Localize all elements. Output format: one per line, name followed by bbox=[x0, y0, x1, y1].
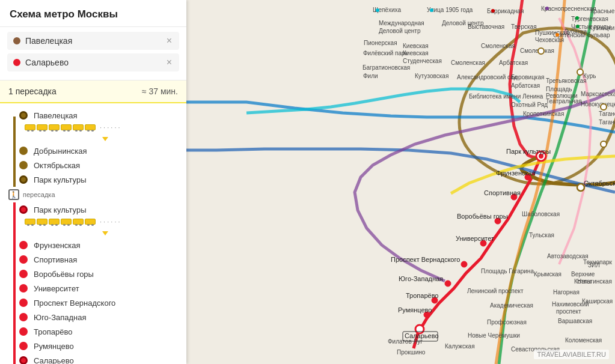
station-salaryevo[interactable]: Саларьево bbox=[10, 353, 186, 364]
svg-text:Площадь: Площадь bbox=[546, 86, 572, 93]
from-input-row[interactable]: Павелецкая × bbox=[7, 32, 179, 50]
transfer-walk-row: 🚶 пересадка bbox=[0, 188, 186, 201]
station-oktyabrskaya-brown[interactable]: Октябрьская bbox=[10, 158, 186, 172]
wagon-icon bbox=[37, 124, 47, 130]
svg-text:Третьяковская: Третьяковская bbox=[546, 77, 586, 84]
station-dot bbox=[19, 241, 28, 249]
svg-text:Проспект Вернадского: Проспект Вернадского bbox=[391, 256, 460, 263]
station-paveletskaya-start[interactable]: Павелецкая bbox=[10, 108, 186, 123]
station-dot bbox=[19, 205, 28, 214]
to-clear-button[interactable]: × bbox=[165, 57, 173, 68]
svg-point-98 bbox=[491, 9, 495, 13]
station-dot bbox=[19, 313, 28, 321]
svg-text:Международная: Международная bbox=[379, 20, 424, 26]
svg-text:Тульская: Тульская bbox=[529, 232, 554, 238]
station-frunzenskaya[interactable]: Фрунзенская bbox=[10, 238, 186, 252]
from-dot bbox=[13, 37, 20, 44]
svg-text:Филатов Луг: Филатов Луг bbox=[388, 338, 423, 345]
walk-icon: 🚶 bbox=[8, 189, 19, 200]
station-rumyantsevo[interactable]: Румянцево bbox=[10, 339, 186, 353]
train-row-red: · · · · · · bbox=[10, 217, 186, 229]
from-station-text: Павелецкая bbox=[25, 36, 165, 46]
svg-point-100 bbox=[575, 16, 579, 20]
svg-text:Румянцево: Румянцево bbox=[398, 306, 432, 314]
station-name: Проспект Вернадского bbox=[34, 299, 115, 308]
station-dobrininskaya[interactable]: Добрынинская bbox=[10, 144, 186, 158]
station-park-kultury-red[interactable]: Парк культуры bbox=[10, 202, 186, 217]
svg-text:Октябрьская: Октябрьская bbox=[584, 180, 615, 187]
station-name: Университет bbox=[34, 284, 79, 293]
arrow-indicator bbox=[24, 137, 186, 141]
station-dot bbox=[19, 327, 28, 336]
station-name: Парк культуры bbox=[34, 205, 87, 214]
station-yugo-zapadnaya[interactable]: Юго-Западная bbox=[10, 310, 186, 324]
svg-text:Нагатинская: Нагатинская bbox=[577, 278, 612, 285]
watermark-text: TRAVELAVIABILET.RU bbox=[534, 350, 609, 359]
svg-text:Смоленская: Смоленская bbox=[481, 43, 515, 49]
svg-text:Варшавская: Варшавская bbox=[558, 318, 592, 324]
svg-text:Кропоткинская: Кропоткинская bbox=[523, 111, 564, 117]
svg-text:Академическая: Академическая bbox=[490, 302, 533, 309]
svg-text:Спортивная: Спортивная bbox=[484, 189, 521, 196]
svg-text:Юго-Западная: Юго-Западная bbox=[399, 275, 443, 282]
station-park-kultury-brown[interactable]: Парк культуры bbox=[10, 172, 186, 187]
to-input-row[interactable]: Саларьево × bbox=[7, 53, 179, 71]
svg-text:Филёвский парк: Филёвский парк bbox=[363, 50, 408, 56]
svg-text:Прокшино: Прокшино bbox=[397, 349, 426, 356]
svg-text:Смоленская: Смоленская bbox=[451, 59, 485, 66]
svg-text:Фрунзенская: Фрунзенская bbox=[496, 169, 536, 177]
station-dot bbox=[19, 175, 28, 184]
svg-text:Студенческая: Студенческая bbox=[403, 58, 442, 64]
station-name: Фрунзенская bbox=[34, 241, 81, 250]
station-universitet[interactable]: Университет bbox=[10, 281, 186, 296]
svg-text:Улица 1905 года: Улица 1905 года bbox=[427, 7, 473, 13]
route-inputs: Павелецкая × Саларьево × bbox=[0, 27, 186, 80]
station-sportivnaya[interactable]: Спортивная bbox=[10, 252, 186, 267]
svg-text:Арбатская: Арбатская bbox=[511, 82, 540, 89]
wagon-icon bbox=[25, 219, 35, 225]
svg-text:Киевская: Киевская bbox=[403, 43, 429, 49]
svg-point-104 bbox=[577, 69, 583, 75]
svg-text:Таганская: Таганская bbox=[599, 119, 615, 126]
route-time: ≈ 37 мин. bbox=[142, 86, 178, 96]
svg-text:Кузнецкий Мост: Кузнецкий Мост bbox=[589, 25, 615, 31]
svg-point-99 bbox=[545, 7, 549, 10]
station-prospekt-vernadskogo[interactable]: Проспект Вернадского bbox=[10, 296, 186, 310]
svg-text:Лубянка: Лубянка bbox=[564, 28, 587, 35]
svg-text:проспект: проспект bbox=[556, 308, 581, 315]
svg-text:Фили: Фили bbox=[363, 73, 378, 79]
svg-point-105 bbox=[601, 104, 607, 110]
station-name: Октябрьская bbox=[34, 161, 80, 170]
from-clear-button[interactable]: × bbox=[165, 35, 173, 46]
svg-text:Каширская: Каширская bbox=[582, 298, 613, 305]
svg-text:Пионерская: Пионерская bbox=[364, 40, 397, 46]
transfer-label: пересадка bbox=[23, 191, 55, 198]
svg-text:Выставочная: Выставочная bbox=[468, 23, 504, 30]
svg-text:Боровицкая: Боровицкая bbox=[511, 74, 544, 80]
station-troparevo[interactable]: Тропарёво bbox=[10, 324, 186, 339]
to-dot bbox=[13, 59, 20, 66]
wagon-icon bbox=[85, 124, 96, 130]
wagon-icon bbox=[61, 124, 72, 130]
wagon-icon bbox=[85, 219, 96, 225]
metro-map[interactable]: Павелецкая Добрынинская Октябрьская Парк… bbox=[186, 0, 615, 364]
svg-text:Библиотека имени Ленина: Библиотека имени Ленина bbox=[469, 93, 543, 100]
svg-text:Новые Черёмушки: Новые Черёмушки bbox=[468, 332, 520, 339]
wagon-count-red: · · · · · · bbox=[100, 218, 120, 225]
station-dot bbox=[19, 147, 28, 155]
route-summary: 1 пересадка ≈ 37 мин. bbox=[0, 80, 186, 103]
svg-text:Воробьёвы горы: Воробьёвы горы bbox=[457, 213, 508, 220]
svg-point-102 bbox=[555, 33, 559, 37]
station-vorobyovy-gory[interactable]: Воробьёвы горы bbox=[10, 267, 186, 281]
svg-text:Марксистская: Марксистская bbox=[581, 91, 615, 97]
svg-text:Калужская: Калужская bbox=[445, 343, 475, 350]
svg-text:Тверская: Тверская bbox=[511, 23, 537, 30]
svg-point-20 bbox=[445, 281, 451, 287]
svg-text:Нагорная: Нагорная bbox=[553, 289, 580, 296]
arrow-indicator-red bbox=[24, 231, 186, 235]
station-name: Саларьево bbox=[34, 356, 74, 365]
svg-point-106 bbox=[601, 141, 607, 147]
svg-text:Кутузовская: Кутузовская bbox=[415, 73, 448, 79]
svg-text:Театральная: Театральная bbox=[546, 98, 582, 105]
svg-point-103 bbox=[538, 48, 544, 54]
